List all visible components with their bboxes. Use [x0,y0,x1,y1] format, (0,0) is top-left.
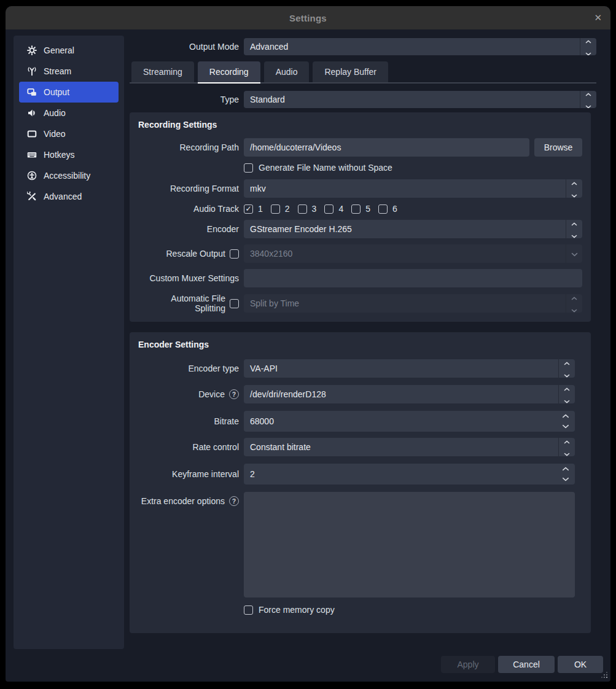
keyboard-icon [27,150,37,160]
output-mode-row: Output Mode Advanced [130,38,596,55]
encoder-label: Encoder [138,224,239,234]
chevron-up-icon [564,438,570,446]
extra-encoder-options-textarea[interactable] [244,492,575,598]
chevron-up-icon [564,359,570,368]
custom-muxer-row: Custom Muxer Settings [138,269,582,287]
window-title: Settings [289,13,327,23]
recording-settings-title: Recording Settings [138,120,582,130]
spin-up-icon[interactable] [562,467,569,471]
recording-format-label: Recording Format [138,184,239,193]
device-select[interactable]: /dev/dri/renderD128 [244,385,575,403]
spin-down-icon[interactable] [562,477,569,481]
auto-split-label: Automatic File Splitting [138,294,225,313]
custom-muxer-label: Custom Muxer Settings [138,273,239,283]
tab-audio[interactable]: Audio [264,61,310,82]
ok-button[interactable]: OK [558,656,603,673]
keyframe-interval-row: Keyframe interval 2 [138,464,582,485]
resize-grip[interactable] [606,677,607,678]
bitrate-row: Bitrate 68000 [138,411,582,432]
auto-split-select[interactable]: Split by Time [244,294,582,313]
keyframe-interval-spinbox[interactable]: 2 [244,464,575,485]
spin-down-icon[interactable] [562,424,569,429]
chevron-down-icon [571,248,578,259]
close-icon[interactable]: ✕ [594,14,602,23]
sidebar-item-audio[interactable]: Audio [19,103,119,123]
rate-control-select[interactable]: Constant bitrate [244,438,575,456]
audio-track-5-checkbox[interactable] [351,204,361,214]
audio-track-row: Audio Track 1 2 3 4 5 6 [138,204,582,214]
rate-control-row: Rate control Constant bitrate [138,438,582,456]
chevron-down-icon [564,448,570,456]
sidebar-item-stream[interactable]: Stream [19,61,119,82]
encoder-type-row: Encoder type VA-API [138,359,582,378]
output-mode-select[interactable]: Advanced [244,38,596,55]
type-label: Type [130,95,239,104]
sidebar-item-label: Hotkeys [44,150,75,160]
bitrate-label: Bitrate [138,416,239,426]
recording-path-label: Recording Path [138,142,239,152]
generate-filename-row: Generate File Name without Space [138,163,582,173]
chevron-up-icon [571,294,577,303]
cancel-button[interactable]: Cancel [498,656,555,673]
chevron-up-icon [585,91,591,99]
tab-streaming[interactable]: Streaming [131,61,194,82]
audio-track-1-checkbox[interactable] [244,204,253,214]
force-memory-copy-label: Force memory copy [259,605,335,615]
custom-muxer-input[interactable] [244,269,582,287]
recording-format-row: Recording Format mkv [138,179,582,198]
recording-path-input[interactable] [244,138,529,157]
audio-track-label: Audio Track [138,204,239,214]
output-settings-panel: Output Mode Advanced Streaming Recording… [130,36,596,633]
sidebar-item-hotkeys[interactable]: Hotkeys [19,144,119,165]
spin-up-icon[interactable] [562,414,569,418]
dialog-footer: Apply Cancel OK [441,656,603,673]
encoder-type-label: Encoder type [138,364,239,373]
keyframe-interval-label: Keyframe interval [138,469,239,479]
sidebar-item-advanced[interactable]: Advanced [19,186,119,207]
output-tab-bar: Streaming Recording Audio Replay Buffer [130,61,596,84]
bitrate-spinbox[interactable]: 68000 [244,411,575,432]
chevron-down-icon [571,230,577,238]
sidebar-item-video[interactable]: Video [19,123,119,144]
sidebar-item-label: Accessibility [44,171,90,181]
rescale-output-row: Rescale Output 3840x2160 [138,244,582,263]
title-bar[interactable]: Settings ✕ [6,6,610,29]
rescale-resolution-select[interactable]: 3840x2160 [244,244,582,263]
tab-recording[interactable]: Recording [198,61,260,82]
sidebar-item-general[interactable]: General [19,40,119,61]
encoder-row: Encoder GStreamer Encoder H.265 [138,220,582,238]
rescale-output-checkbox[interactable] [230,249,239,259]
tab-replay-buffer[interactable]: Replay Buffer [313,61,388,82]
display-icon [27,129,37,139]
encoder-select[interactable]: GStreamer Encoder H.265 [244,220,582,238]
sidebar-item-label: Stream [44,66,71,76]
chevron-down-icon [571,189,577,198]
force-memory-copy-checkbox[interactable] [244,605,253,615]
audio-track-6-checkbox[interactable] [378,204,388,214]
browse-button[interactable]: Browse [534,138,582,157]
sidebar-item-label: Output [44,87,69,97]
recording-type-value: Standard [244,91,580,108]
auto-split-row: Automatic File Splitting Split by Time [138,294,582,313]
tools-icon [27,192,37,201]
recording-path-row: Recording Path Browse [138,138,582,157]
recording-format-select[interactable]: mkv [244,179,582,198]
generate-filename-checkbox[interactable] [244,163,253,173]
audio-track-4-checkbox[interactable] [324,204,333,214]
chevron-up-icon [564,385,570,394]
apply-button[interactable]: Apply [441,656,495,673]
auto-split-checkbox[interactable] [230,299,239,308]
output-mode-value: Advanced [244,38,580,55]
audio-track-3-checkbox[interactable] [298,204,307,214]
audio-track-2-checkbox[interactable] [271,204,280,214]
chevron-down-icon [564,369,570,378]
recording-type-select[interactable]: Standard [244,91,596,108]
sidebar-item-accessibility[interactable]: Accessibility [19,165,119,186]
gear-icon [27,45,37,55]
generate-filename-label: Generate File Name without Space [259,163,392,173]
sidebar-item-label: Audio [44,108,66,118]
encoder-type-select[interactable]: VA-API [244,359,575,378]
chevron-up-icon [571,179,577,188]
help-icon: ? [229,496,239,506]
sidebar-item-output[interactable]: Output [19,82,119,103]
